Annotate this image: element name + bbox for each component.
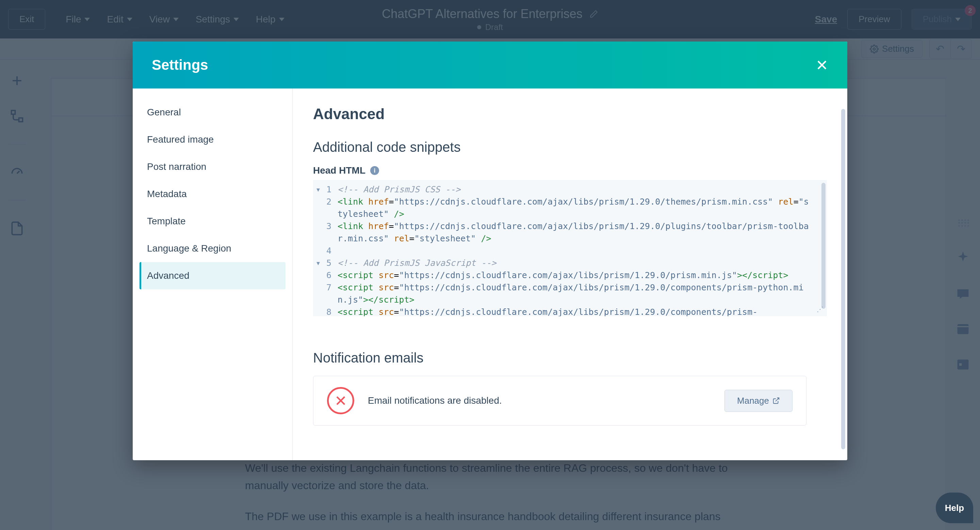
- line-number: 4: [323, 245, 337, 257]
- code-text[interactable]: <link href="https://cdnjs.cloudflare.com…: [337, 220, 827, 245]
- fold-toggle-icon[interactable]: ▾: [313, 183, 323, 196]
- help-bubble[interactable]: Help: [936, 493, 973, 523]
- notification-status-box: ✕ Email notifications are disabled. Mana…: [313, 376, 807, 425]
- line-number: 5: [323, 257, 337, 269]
- line-number: 7: [323, 282, 337, 294]
- line-number: 8: [323, 306, 337, 316]
- settings-nav: General Featured image Post narration Me…: [133, 89, 293, 460]
- code-line[interactable]: ▾1<!-- Add PrismJS CSS -->: [313, 183, 827, 196]
- scrollbar[interactable]: [821, 183, 826, 309]
- info-icon[interactable]: i: [370, 166, 379, 175]
- nav-metadata[interactable]: Metadata: [140, 180, 285, 208]
- resize-handle-icon[interactable]: ⋰: [817, 304, 824, 314]
- nav-featured-image[interactable]: Featured image: [140, 126, 285, 153]
- line-number: 1: [323, 183, 337, 196]
- nav-advanced[interactable]: Advanced: [140, 262, 285, 289]
- fold-toggle-icon[interactable]: ▾: [313, 257, 323, 269]
- nav-general[interactable]: General: [140, 99, 285, 126]
- code-text[interactable]: <!-- Add PrismJS JavaScript -->: [337, 257, 827, 269]
- code-text[interactable]: <link href="https://cdnjs.cloudflare.com…: [337, 196, 827, 220]
- code-line[interactable]: 7<script src="https://cdnjs.cloudflare.c…: [313, 282, 827, 306]
- external-link-icon: [772, 397, 780, 404]
- modal-header: Settings ✕: [133, 41, 847, 89]
- notification-status-text: Email notifications are disabled.: [368, 395, 711, 406]
- close-icon[interactable]: ✕: [816, 57, 828, 74]
- line-number: 3: [323, 220, 337, 232]
- manage-button[interactable]: Manage: [724, 390, 792, 412]
- code-text[interactable]: <!-- Add PrismJS CSS -->: [337, 183, 827, 196]
- code-text[interactable]: <script src="https://cdnjs.cloudflare.co…: [337, 269, 827, 282]
- modal-title: Settings: [152, 57, 208, 73]
- x-circle-icon: ✕: [327, 387, 354, 414]
- line-number: 6: [323, 269, 337, 282]
- snippets-heading: Additional code snippets: [313, 140, 827, 155]
- nav-template[interactable]: Template: [140, 208, 285, 235]
- settings-panel: Advanced Additional code snippets Head H…: [293, 89, 847, 460]
- modal-overlay[interactable]: Settings ✕ General Featured image Post n…: [0, 0, 980, 530]
- head-html-label: Head HTML: [313, 165, 366, 176]
- notifications-heading: Notification emails: [313, 350, 827, 366]
- code-line[interactable]: 8<script src="https://cdnjs.cloudflare.c…: [313, 306, 827, 316]
- code-line[interactable]: 6<script src="https://cdnjs.cloudflare.c…: [313, 269, 827, 282]
- nav-post-narration[interactable]: Post narration: [140, 153, 285, 180]
- code-line[interactable]: 3<link href="https://cdnjs.cloudflare.co…: [313, 220, 827, 245]
- code-editor[interactable]: ▾1<!-- Add PrismJS CSS -->2<link href="h…: [313, 180, 827, 316]
- scrollbar[interactable]: [841, 109, 845, 449]
- code-text[interactable]: <script src="https://cdnjs.cloudflare.co…: [337, 306, 827, 316]
- code-text[interactable]: <script src="https://cdnjs.cloudflare.co…: [337, 282, 827, 306]
- settings-modal: Settings ✕ General Featured image Post n…: [133, 41, 847, 460]
- panel-heading: Advanced: [313, 105, 827, 123]
- line-number: 2: [323, 196, 337, 208]
- nav-language-region[interactable]: Language & Region: [140, 235, 285, 262]
- svg-line-10: [775, 398, 779, 401]
- code-line[interactable]: ▾5<!-- Add PrismJS JavaScript -->: [313, 257, 827, 269]
- code-line[interactable]: 4: [313, 245, 827, 257]
- code-line[interactable]: 2<link href="https://cdnjs.cloudflare.co…: [313, 196, 827, 220]
